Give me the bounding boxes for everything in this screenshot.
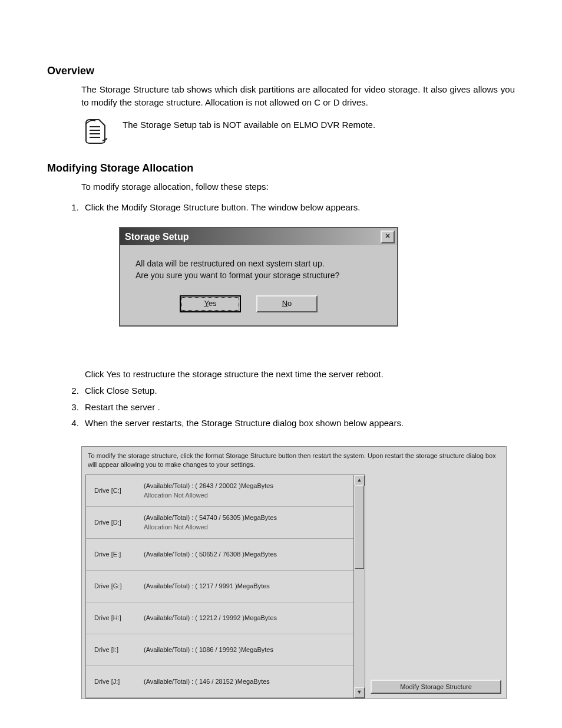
drive-label: Drive [H:] [94,614,144,621]
step-2: Click Close Setup. [81,384,515,397]
storage-structure-panel: To modify the storage structure, click t… [81,446,507,699]
dialog-titlebar[interactable]: Storage Setup × [120,228,397,245]
drive-label: Drive [D:] [94,519,144,526]
overview-note: The Storage Setup tab is NOT available o… [123,117,375,131]
drive-info: (Available/Total) : ( 1086 / 19992 )Mega… [144,645,273,655]
modify-intro: To modify storage allocation, follow the… [81,180,515,193]
drive-info: (Available/Total) : ( 146 / 28152 )MegaB… [144,677,270,687]
dialog-title: Storage Setup [125,230,189,243]
yes-button[interactable]: Yes [180,295,241,312]
drive-row[interactable]: Drive [D:](Available/Total) : ( 54740 / … [86,507,353,539]
drive-info: (Available/Total) : ( 12212 / 19992 )Meg… [144,613,277,623]
drive-row[interactable]: Drive [H:](Available/Total) : ( 12212 / … [86,602,353,634]
yes-button-rest: es [209,299,217,308]
step-1: Click the Modify Storage Structure butto… [81,201,515,381]
drive-info: (Available/Total) : ( 1217 / 9991 )MegaB… [144,581,270,591]
dialog-message: All data will be restructured on next sy… [135,258,385,281]
drive-info: (Available/Total) : ( 50652 / 76308 )Meg… [144,549,277,559]
drive-label: Drive [E:] [94,551,144,558]
drive-row[interactable]: Drive [E:](Available/Total) : ( 50652 / … [86,539,353,571]
close-icon[interactable]: × [381,230,395,243]
no-button[interactable]: No [256,295,318,312]
step-4: When the server restarts, the Storage St… [81,417,515,430]
drive-label: Drive [J:] [94,678,144,685]
storage-setup-dialog: Storage Setup × All data will be restruc… [119,227,398,327]
drive-row[interactable]: Drive [G:](Available/Total) : ( 1217 / 9… [86,571,353,602]
scroll-up-icon[interactable]: ▲ [354,475,365,486]
modify-heading: Modifying Storage Allocation [47,162,515,174]
modify-storage-structure-button[interactable]: Modify Storage Structure [371,680,501,694]
drive-row[interactable]: Drive [C:](Available/Total) : ( 2643 / 2… [86,475,353,507]
steps-list: Click the Modify Storage Structure butto… [47,201,515,430]
drive-info: (Available/Total) : ( 54740 / 56305 )Meg… [144,513,277,532]
drive-info: (Available/Total) : ( 2643 / 20002 )Mega… [144,481,273,500]
step-3: Restart the server . [81,401,515,414]
panel-header-text: To modify the storage structure, click t… [82,447,506,471]
drive-label: Drive [I:] [94,646,144,653]
drive-row[interactable]: Drive [J:](Available/Total) : ( 146 / 28… [86,666,353,698]
overview-paragraph: The Storage Structure tab shows which di… [81,83,515,109]
note-icon [81,117,108,144]
scrollbar[interactable]: ▲ ▼ [354,475,365,699]
no-button-rest: o [287,299,292,308]
overview-heading: Overview [47,65,515,77]
step-1b: Click Yes to restructure the storage str… [85,369,384,379]
allocation-warning: Allocation Not Allowed [144,522,277,532]
drive-label: Drive [C:] [94,487,144,494]
drive-label: Drive [G:] [94,582,144,589]
allocation-warning: Allocation Not Allowed [144,490,273,500]
drive-list[interactable]: Drive [C:](Available/Total) : ( 2643 / 2… [85,475,354,699]
scroll-down-icon[interactable]: ▼ [354,687,365,698]
drive-row[interactable]: Drive [I:](Available/Total) : ( 1086 / 1… [86,634,353,666]
scroll-thumb[interactable] [355,485,364,569]
